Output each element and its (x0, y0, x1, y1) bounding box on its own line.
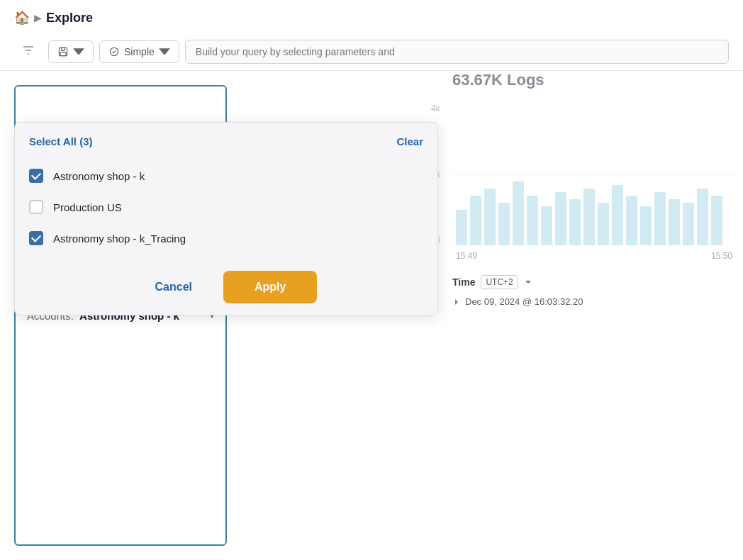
date-row: Dec 09, 2024 @ 16:03:32.20 (452, 296, 729, 307)
toolbar: Simple (0, 33, 743, 71)
svg-rect-9 (484, 189, 496, 245)
time-label-1549: 15:49 (456, 251, 477, 261)
cancel-button[interactable]: Cancel (135, 272, 212, 302)
mode-label: Simple (124, 46, 155, 57)
apply-button[interactable]: Apply (223, 271, 317, 303)
list-item[interactable]: Astronomy shop - k (15, 160, 437, 191)
date-label: Dec 09, 2024 @ 16:03:32.20 (465, 296, 583, 307)
svg-rect-15 (569, 199, 581, 245)
chevron-right-icon[interactable] (452, 298, 461, 306)
utc-badge: UTC+2 (481, 275, 518, 289)
time-label: Time (452, 276, 475, 288)
save-icon (57, 46, 69, 57)
mode-icon (108, 46, 120, 57)
page-title: Explore (46, 11, 93, 26)
svg-rect-1 (62, 47, 65, 50)
svg-rect-11 (513, 181, 524, 245)
time-label-1550: 15:50 (711, 251, 732, 261)
dropdown-panel: Select All (3) Clear Astronomy shop - k … (14, 122, 438, 315)
checkbox-production-us[interactable] (29, 200, 43, 214)
bar-chart-svg (452, 103, 736, 245)
query-input[interactable] (185, 40, 729, 64)
home-icon[interactable]: 🏠 (14, 10, 30, 26)
save-button[interactable] (48, 40, 94, 63)
svg-rect-7 (456, 210, 467, 245)
svg-rect-16 (583, 189, 595, 245)
svg-rect-13 (541, 206, 552, 245)
svg-rect-22 (669, 199, 680, 245)
chart-area: 63.67K Logs 4k 2k 0 (438, 71, 743, 425)
option-label-3: Astronomy shop - k_Tracing (53, 233, 186, 245)
svg-rect-8 (470, 196, 481, 245)
y-label-4k: 4k (431, 103, 440, 113)
svg-rect-14 (555, 192, 566, 245)
svg-rect-19 (626, 196, 637, 245)
svg-rect-10 (498, 203, 510, 245)
breadcrumb-separator: ▶ (34, 12, 42, 23)
panel-footer: Cancel Apply (15, 259, 437, 315)
list-item[interactable]: Astronomy shop - k_Tracing (15, 223, 437, 254)
options-list: Astronomy shop - k Production US Astrono… (15, 157, 437, 259)
svg-rect-2 (60, 52, 66, 55)
save-chevron-icon (73, 46, 84, 57)
utc-chevron-down-icon[interactable] (524, 278, 532, 286)
svg-rect-21 (654, 192, 666, 245)
clear-button[interactable]: Clear (396, 135, 423, 147)
logs-count: 63.67K Logs (452, 71, 729, 89)
time-row: Time UTC+2 (452, 275, 729, 289)
svg-rect-24 (697, 189, 708, 245)
panel-header: Select All (3) Clear (15, 123, 437, 157)
svg-rect-25 (711, 196, 722, 245)
checkbox-astronomy-k[interactable] (29, 169, 43, 183)
svg-rect-20 (640, 206, 652, 245)
checkbox-astronomy-tracing[interactable] (29, 231, 43, 245)
bar-chart: 4k 2k 0 (452, 103, 729, 261)
mode-chevron-icon (159, 46, 170, 57)
main-content: Accounts: Astronomy shop - k ▾ Select Al… (0, 71, 743, 546)
select-all-button[interactable]: Select All (3) (29, 135, 92, 147)
svg-rect-18 (612, 185, 623, 245)
option-label-2: Production US (53, 201, 122, 213)
filter-icon-button[interactable] (14, 38, 43, 65)
filter-icon (21, 43, 35, 57)
svg-rect-12 (527, 196, 538, 245)
mode-selector-button[interactable]: Simple (99, 40, 179, 63)
option-label-1: Astronomy shop - k (53, 170, 145, 182)
breadcrumb: 🏠 ▶ Explore (0, 0, 743, 33)
svg-rect-23 (683, 203, 694, 245)
svg-rect-17 (598, 203, 609, 245)
list-item[interactable]: Production US (15, 191, 437, 223)
